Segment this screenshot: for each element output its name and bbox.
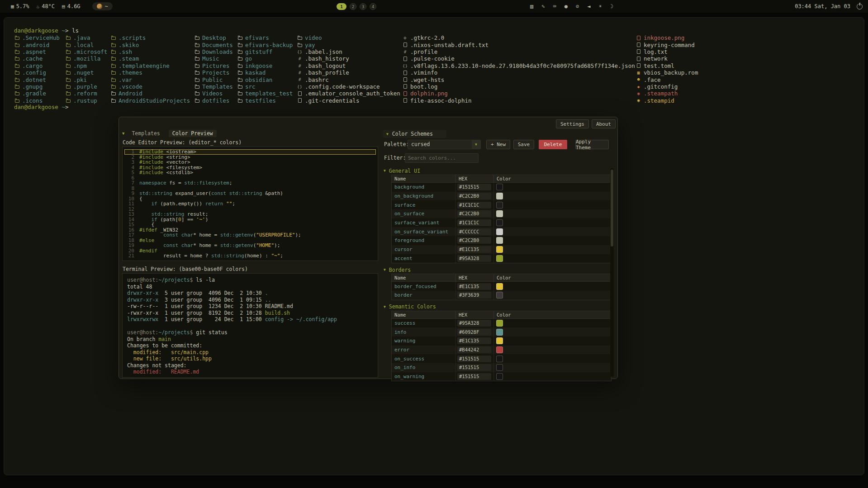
color-swatch[interactable] — [496, 283, 503, 290]
color-name[interactable]: foreground — [392, 236, 456, 245]
hex-input[interactable]: #151515 — [457, 184, 491, 190]
color-name[interactable]: cursor — [392, 245, 456, 254]
section-header-borders[interactable]: ▼Borders — [381, 266, 615, 273]
color-swatch[interactable] — [496, 228, 503, 235]
about-button[interactable]: About — [592, 119, 616, 128]
section-header-semantic-colors[interactable]: ▼Semantic Colors — [381, 303, 615, 310]
hex-input[interactable]: #60928F — [457, 329, 491, 336]
color-name[interactable]: surface — [392, 200, 456, 209]
color-swatch[interactable] — [496, 337, 503, 344]
workspace-1[interactable]: 1 — [337, 3, 346, 10]
color-name[interactable]: success — [392, 319, 456, 328]
mic-off-icon[interactable]: ⊘ — [576, 3, 579, 9]
hex-input[interactable]: #151515 — [457, 364, 491, 371]
color-swatch[interactable] — [496, 184, 503, 190]
pen-icon[interactable]: ✎ — [541, 3, 545, 9]
hex-input[interactable]: #95A328 — [457, 255, 491, 262]
color-name[interactable]: warning — [392, 336, 456, 346]
keyboard-icon[interactable]: ⌨ — [553, 3, 556, 9]
workspace-2[interactable]: 2 — [350, 3, 356, 10]
color-name[interactable]: accent — [392, 254, 456, 263]
color-swatch[interactable] — [496, 364, 503, 371]
hex-input[interactable]: #1C1C1C — [457, 219, 491, 226]
display-icon[interactable]: ▥ — [530, 3, 533, 9]
delete-button[interactable]: Delete — [539, 140, 567, 149]
hex-input[interactable]: #E1C135 — [457, 283, 491, 290]
color-swatch[interactable] — [496, 329, 503, 336]
color-schemes-header[interactable]: ▼ Color Schemes — [383, 130, 446, 138]
color-name[interactable]: background — [392, 183, 456, 192]
color-swatch[interactable] — [496, 193, 503, 199]
file-name: keyring-command — [644, 42, 695, 48]
hex-input[interactable]: #3F3639 — [457, 292, 491, 298]
color-name[interactable]: on_warning — [392, 372, 456, 381]
color-name[interactable]: on_success — [392, 354, 456, 363]
color-name[interactable]: on_background — [392, 192, 456, 201]
color-swatch[interactable] — [496, 255, 503, 262]
tabs: TemplatesColor Preview — [128, 130, 216, 137]
color-name[interactable]: surface_variant — [392, 218, 456, 227]
dir-item: testfiles — [237, 97, 293, 104]
file-item: test.toml — [636, 62, 698, 69]
folder-icon — [194, 99, 200, 103]
color-swatch[interactable] — [496, 210, 503, 217]
table-header-row: NameHEXColor — [392, 274, 611, 282]
bell-icon[interactable]: ● — [564, 3, 568, 9]
save-button[interactable]: Save — [513, 140, 534, 149]
volume-icon[interactable]: ◄ — [587, 3, 590, 9]
hex-input[interactable]: #E1C135 — [457, 246, 491, 253]
tab-templates[interactable]: Templates — [128, 130, 163, 137]
brightness-icon[interactable]: ☀ — [598, 3, 602, 9]
dir-item: .cache — [14, 55, 60, 62]
color-name[interactable]: border_focused — [392, 282, 456, 291]
color-swatch[interactable] — [496, 219, 503, 226]
dir-item: AndroidStudioProjects — [110, 97, 190, 104]
color-name[interactable]: on_info — [392, 363, 456, 372]
hex-input[interactable]: #151515 — [457, 373, 491, 380]
color-name[interactable]: on_surface_variant — [392, 227, 456, 236]
section-header-general-ui[interactable]: ▼General UI — [381, 167, 615, 174]
color-swatch[interactable] — [496, 292, 503, 298]
hex-input[interactable]: #C2C2B0 — [457, 210, 491, 217]
tab-list-dropdown-icon[interactable]: ▼ — [122, 131, 124, 136]
settings-button[interactable]: Settings — [556, 119, 589, 128]
workspace-3[interactable]: 3 — [360, 3, 366, 10]
color-swatch[interactable] — [496, 237, 503, 244]
hex-input[interactable]: #E1C135 — [457, 337, 491, 344]
clock[interactable]: 03:44 Sat, Jan 03 — [795, 3, 850, 9]
theme-editor-window[interactable]: Settings About ▼ TemplatesColor Preview … — [119, 117, 618, 379]
hex-input[interactable]: #B44242 — [457, 346, 491, 353]
apply-theme-button[interactable]: Apply Theme — [575, 140, 609, 149]
color-swatch[interactable] — [496, 355, 503, 362]
tab-color-preview[interactable]: Color Preview — [169, 130, 217, 137]
night-light-icon[interactable]: ☽ — [610, 3, 613, 9]
color-row: surface#1C1C1C — [392, 200, 611, 209]
file-item: dolphin.png — [402, 90, 635, 97]
color-name[interactable]: info — [392, 327, 456, 336]
color-cell — [494, 184, 611, 190]
palette-dropdown[interactable]: cursed ▼ — [408, 140, 481, 149]
hex-input[interactable]: #151515 — [457, 355, 491, 362]
color-swatch[interactable] — [496, 246, 503, 253]
hex-input[interactable]: #1C1C1C — [457, 202, 491, 208]
file-item: ◉.steampid — [636, 97, 698, 104]
hex-input[interactable]: #95A328 — [457, 320, 491, 327]
dir-item: .cargo — [14, 62, 60, 69]
new-palette-button[interactable]: + New — [486, 140, 510, 149]
hex-input[interactable]: #C2C2B0 — [457, 237, 491, 244]
color-swatch[interactable] — [496, 346, 503, 353]
color-swatch[interactable] — [496, 202, 503, 208]
hex-input[interactable]: #C2C2B0 — [457, 193, 491, 199]
workspace-4[interactable]: 4 — [370, 3, 376, 10]
scrollbar[interactable] — [610, 168, 614, 377]
search-colors-input[interactable] — [405, 153, 479, 163]
hex-input[interactable]: #CCCCCC — [457, 228, 491, 235]
color-swatch[interactable] — [496, 320, 503, 327]
color-swatch[interactable] — [496, 373, 503, 380]
color-name[interactable]: error — [392, 346, 456, 355]
color-name[interactable]: on_surface — [392, 209, 456, 218]
color-name[interactable]: border — [392, 291, 456, 300]
power-icon[interactable] — [857, 4, 863, 9]
user-badge[interactable]: ~ — [92, 2, 113, 10]
scrollbar-thumb[interactable] — [611, 170, 613, 246]
